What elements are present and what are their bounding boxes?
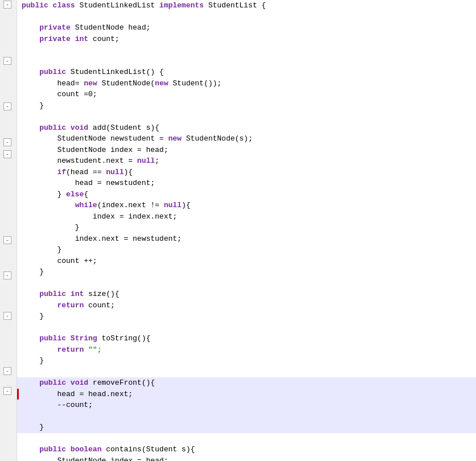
code-token: removeFront(){	[93, 377, 155, 389]
code-token: public	[39, 67, 71, 78]
code-line: }	[17, 222, 476, 233]
code-line	[17, 367, 476, 378]
code-token	[22, 289, 39, 300]
code-line	[17, 411, 476, 422]
code-token: public	[39, 377, 71, 389]
code-token: int	[75, 34, 93, 45]
code-token	[22, 78, 57, 89]
code-line: index.next = newstudent;	[17, 233, 476, 245]
code-token: StudentNode head;	[75, 22, 151, 34]
code-token: count ++;	[57, 256, 97, 267]
fold-marker[interactable]: -	[3, 387, 11, 395]
fold-marker[interactable]: -	[3, 236, 11, 244]
code-token: ){	[124, 167, 133, 178]
code-line: public StudentLinkedList() {	[17, 67, 476, 78]
code-token: }	[22, 244, 61, 256]
fold-marker[interactable]: -	[3, 367, 11, 375]
code-token: }	[22, 355, 44, 367]
code-line	[17, 111, 476, 122]
code-token: index = head;	[110, 145, 168, 156]
code-token	[22, 344, 57, 356]
code-line: }	[17, 100, 476, 112]
code-line: }	[17, 311, 476, 322]
code-line	[17, 433, 476, 444]
code-line: }	[17, 422, 476, 433]
code-token: StudentNode	[57, 133, 110, 145]
code-token: index.next = newstudent;	[75, 233, 182, 245]
code-token	[22, 333, 39, 344]
code-token: }	[22, 422, 44, 433]
code-token	[22, 178, 75, 189]
code-token: count;	[93, 34, 120, 45]
code-token: new	[155, 78, 173, 89]
code-token	[22, 67, 39, 78]
code-token	[22, 22, 39, 34]
code-line: count ++;	[17, 256, 476, 267]
code-content: public class StudentLinkedList implement…	[17, 0, 476, 461]
fold-marker[interactable]: -	[3, 312, 11, 320]
code-token: public	[39, 122, 71, 134]
code-token: ){	[182, 200, 191, 211]
code-line: StudentNode newstudent = new StudentNode…	[17, 133, 476, 145]
gutter: ----------	[0, 0, 17, 461]
code-token: StudentNode	[57, 145, 110, 156]
code-token: StudentNode(	[101, 78, 155, 89]
code-token	[22, 145, 57, 156]
fold-marker[interactable]: -	[3, 57, 11, 65]
code-line	[17, 322, 476, 334]
code-line: index = index.next;	[17, 211, 476, 223]
code-token: index = index.next;	[93, 211, 177, 223]
code-token: public	[39, 289, 71, 300]
code-token: String	[71, 333, 102, 344]
code-line: --count;	[17, 400, 476, 411]
code-token: size(){	[88, 289, 120, 300]
code-token: public	[39, 444, 71, 455]
code-line: newstudent.next = null;	[17, 155, 476, 167]
fold-marker[interactable]: -	[3, 138, 11, 146]
code-token: ;	[155, 155, 159, 167]
code-line: return "";	[17, 344, 476, 356]
code-token: StudentList {	[208, 0, 266, 11]
code-line: count =0;	[17, 89, 476, 100]
code-token: count;	[88, 300, 115, 311]
code-line: }	[17, 355, 476, 367]
fold-marker[interactable]: -	[3, 102, 11, 110]
code-token: new	[84, 78, 101, 89]
code-area: ---------- public class StudentLinkedLis…	[0, 0, 476, 461]
code-token: public	[39, 333, 71, 344]
code-line: head = head.next;	[17, 389, 476, 400]
code-line	[17, 44, 476, 56]
red-bar	[17, 389, 19, 400]
code-token: StudentNode	[57, 455, 110, 462]
code-token	[22, 389, 57, 400]
fold-marker[interactable]: -	[3, 150, 11, 158]
code-token	[22, 233, 75, 245]
code-line: private int count;	[17, 34, 476, 45]
code-line: StudentNode index = head;	[17, 455, 476, 462]
fold-marker[interactable]: -	[3, 1, 11, 9]
code-line: head = newstudent;	[17, 178, 476, 189]
fold-marker[interactable]: -	[3, 271, 11, 279]
code-token: private	[39, 34, 75, 45]
code-token: Student());	[173, 78, 221, 89]
code-token	[22, 155, 57, 167]
code-token	[22, 444, 39, 455]
code-token: {	[84, 189, 88, 200]
code-token: null	[164, 200, 182, 211]
code-token: int	[71, 289, 88, 300]
code-token: newstudent =	[110, 133, 168, 145]
code-token: head = newstudent;	[75, 178, 155, 189]
code-token	[22, 200, 75, 211]
code-token: toString(){	[101, 333, 150, 344]
code-token: return	[57, 344, 88, 356]
code-token: if	[57, 167, 66, 178]
code-token	[22, 34, 39, 45]
code-token: (head ==	[66, 167, 106, 178]
code-token	[22, 133, 57, 145]
code-token: }	[22, 222, 79, 233]
code-token: }	[22, 266, 44, 278]
code-line	[17, 56, 476, 67]
code-token: StudentLinkedList() {	[71, 67, 164, 78]
code-line: public boolean contains(Student s){	[17, 444, 476, 455]
code-token: while	[75, 200, 97, 211]
